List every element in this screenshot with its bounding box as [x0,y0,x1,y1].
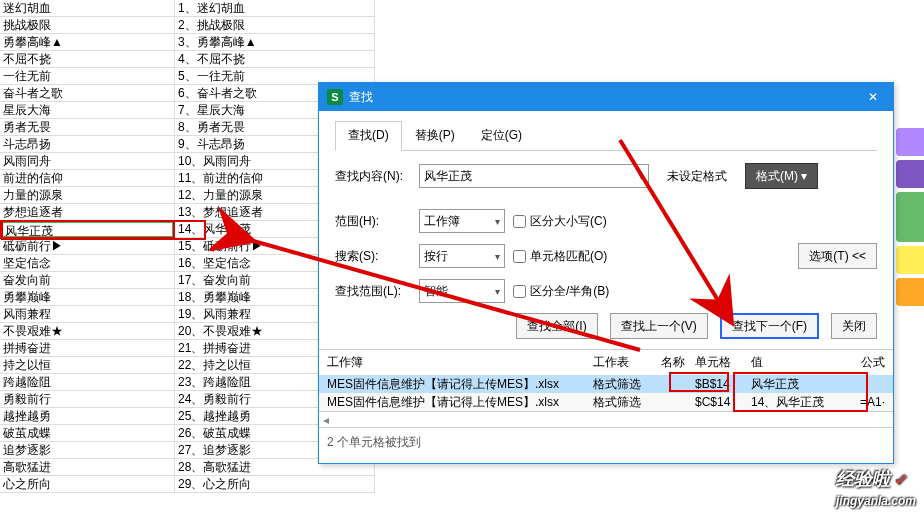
find-content-input[interactable]: 风华正茂 ▾ [419,164,649,188]
cell[interactable]: 一往无前 [0,68,174,85]
close-icon[interactable]: ✕ [853,83,893,111]
results-panel: 工作簿 工作表 名称 单元格 值 公式 MES固件信息维护【请记得上传MES】.… [319,349,893,457]
find-dialog: S 查找 ✕ 查找(D) 替换(P) 定位(G) 查找内容(N): 风华正茂 ▾… [318,82,894,464]
watermark-logo: 经验啦 ✓ jingyanla.com [836,467,916,508]
search-direction-select[interactable]: 按行 ▾ [419,244,505,268]
match-cell-checkbox[interactable]: 单元格匹配(O) [513,248,607,265]
results-header: 工作簿 工作表 名称 单元格 值 公式 [319,350,893,375]
scope-row: 范围(H): 工作簿 ▾ 区分大小写(C) [335,209,877,233]
results-footer: 2 个单元格被找到 [319,427,893,457]
cell[interactable]: 破茧成蝶 [0,425,174,442]
result-value: 14、风华正茂 [751,394,859,411]
result-value: 风华正茂 [751,376,859,393]
cell[interactable]: 砥砺前行▶ [0,238,174,255]
scope-select[interactable]: 工作簿 ▾ [419,209,505,233]
result-worksheet: 格式筛选 [593,394,661,411]
cell[interactable]: 持之以恒 [0,357,174,374]
lookin-select[interactable]: 智能 ▾ [419,279,505,303]
no-format-label: 未设定格式 [657,163,737,189]
find-content-label: 查找内容(N): [335,168,411,185]
format-button[interactable]: 格式(M) ▾ [745,163,818,189]
cell[interactable]: 1、迷幻胡血 [175,0,374,17]
horizontal-scrollbar[interactable]: ◂ [319,411,893,427]
tab-replace[interactable]: 替换(P) [402,121,468,150]
cell[interactable]: 斗志昂扬 [0,136,174,153]
col-name: 名称 [661,354,695,371]
dialog-body: 查找(D) 替换(P) 定位(G) 查找内容(N): 风华正茂 ▾ 未设定格式 … [319,111,893,463]
find-content-row: 查找内容(N): 风华正茂 ▾ 未设定格式 格式(M) ▾ [335,163,877,189]
col-value: 值 [751,354,859,371]
cell[interactable]: 勇攀高峰▲ [0,34,174,51]
result-workbook: MES固件信息维护【请记得上传MES】.xlsx [323,394,593,411]
cell[interactable]: 追梦逐影 [0,442,174,459]
cell[interactable]: 梦想追逐者 [0,204,174,221]
lookin-label: 查找范围(L): [335,283,411,300]
scope-label: 范围(H): [335,213,411,230]
result-row[interactable]: MES固件信息维护【请记得上传MES】.xlsx格式筛选$C$1414、风华正茂… [319,393,893,411]
match-case-checkbox[interactable]: 区分大小写(C) [513,213,607,230]
column-b: 迷幻胡血挑战极限勇攀高峰▲不屈不挠一往无前奋斗者之歌星辰大海勇者无畏斗志昂扬风雨… [0,0,175,493]
cell[interactable]: 风华正茂 [0,221,174,238]
cell[interactable]: 勇毅前行 [0,391,174,408]
side-color-tabs [896,128,924,310]
tab-goto[interactable]: 定位(G) [468,121,535,150]
find-prev-button[interactable]: 查找上一个(V) [610,313,708,339]
chevron-down-icon: ▾ [495,286,500,297]
result-formula: =A1· [859,395,889,409]
cell[interactable]: 不畏艰难★ [0,323,174,340]
cell[interactable]: 迷幻胡血 [0,0,174,17]
col-cell: 单元格 [695,354,751,371]
cell[interactable]: 挑战极限 [0,17,174,34]
find-all-button[interactable]: 查找全部(I) [516,313,597,339]
cell[interactable]: 风雨同舟 [0,153,174,170]
chevron-down-icon: ▾ [639,171,644,182]
cell[interactable]: 越挫越勇 [0,408,174,425]
dialog-tabs: 查找(D) 替换(P) 定位(G) [335,121,877,151]
cell[interactable]: 高歌猛进 [0,459,174,476]
cell[interactable]: 奋发向前 [0,272,174,289]
col-workbook: 工作簿 [323,354,593,371]
scroll-left-icon: ◂ [323,413,329,427]
chevron-down-icon: ▾ [495,251,500,262]
chevron-down-icon: ▾ [495,216,500,227]
cell[interactable]: 拼搏奋进 [0,340,174,357]
cell[interactable]: 2、挑战极限 [175,17,374,34]
result-cell: $B$14 [695,377,751,391]
search-row: 搜索(S): 按行 ▾ 单元格匹配(O) 选项(T) << [335,243,877,269]
dialog-titlebar[interactable]: S 查找 ✕ [319,83,893,111]
cell[interactable]: 奋斗者之歌 [0,85,174,102]
col-formula: 公式 [859,354,889,371]
close-button[interactable]: 关闭 [831,313,877,339]
action-buttons-row: 查找全部(I) 查找上一个(V) 查找下一个(F) 关闭 [335,313,877,339]
tab-find[interactable]: 查找(D) [335,121,402,151]
cell[interactable]: 不屈不挠 [0,51,174,68]
cell[interactable]: 29、心之所向 [175,476,374,493]
cell[interactable]: 勇者无畏 [0,119,174,136]
cell[interactable]: 3、勇攀高峰▲ [175,34,374,51]
cell[interactable]: 坚定信念 [0,255,174,272]
cell[interactable]: 力量的源泉 [0,187,174,204]
full-half-width-checkbox[interactable]: 区分全/半角(B) [513,283,609,300]
app-icon: S [327,89,343,105]
results-body: MES固件信息维护【请记得上传MES】.xlsx格式筛选$B$14风华正茂MES… [319,375,893,411]
cell[interactable]: 4、不屈不挠 [175,51,374,68]
cell[interactable]: 前进的信仰 [0,170,174,187]
cell[interactable]: 风雨兼程 [0,306,174,323]
search-label: 搜索(S): [335,248,411,265]
dialog-title-text: 查找 [349,89,373,106]
cell[interactable]: 跨越险阻 [0,374,174,391]
result-workbook: MES固件信息维护【请记得上传MES】.xlsx [323,376,593,393]
result-row[interactable]: MES固件信息维护【请记得上传MES】.xlsx格式筛选$B$14风华正茂 [319,375,893,393]
options-button[interactable]: 选项(T) << [798,243,877,269]
result-cell: $C$14 [695,395,751,409]
cell[interactable]: 心之所向 [0,476,174,493]
col-worksheet: 工作表 [593,354,661,371]
cell[interactable]: 勇攀巅峰 [0,289,174,306]
cell[interactable]: 星辰大海 [0,102,174,119]
find-next-button[interactable]: 查找下一个(F) [720,313,819,339]
result-worksheet: 格式筛选 [593,376,661,393]
lookin-row: 查找范围(L): 智能 ▾ 区分全/半角(B) [335,279,877,303]
